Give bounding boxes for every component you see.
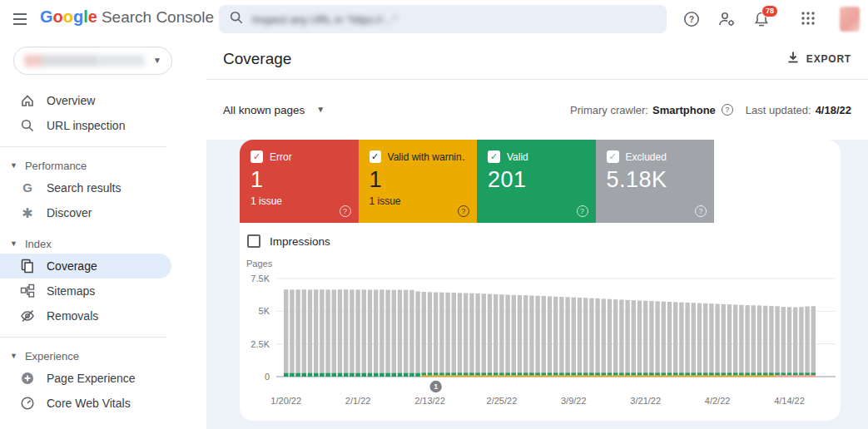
help-icon[interactable]: ? (577, 205, 588, 217)
property-selector[interactable]: ▼ (13, 47, 172, 75)
sidebar-item-page-experience[interactable]: Page Experience (0, 366, 206, 391)
hamburger-menu-icon[interactable] (12, 11, 28, 27)
excluded-bar[interactable] (290, 289, 294, 377)
export-button[interactable]: EXPORT (786, 51, 851, 67)
excluded-bar[interactable] (727, 304, 732, 377)
apps-grid-icon[interactable] (801, 11, 817, 27)
page-type-filter-dropdown[interactable]: All known pages ▼ (223, 104, 325, 116)
excluded-bar[interactable] (308, 289, 312, 377)
excluded-bar[interactable] (775, 306, 779, 377)
excluded-bar[interactable] (355, 289, 360, 377)
help-icon[interactable]: ? (458, 205, 469, 217)
excluded-bar[interactable] (595, 298, 599, 377)
help-icon[interactable]: ? (340, 205, 351, 217)
excluded-bar[interactable] (733, 304, 737, 377)
excluded-bar[interactable] (284, 289, 288, 377)
excluded-bar[interactable] (398, 290, 402, 377)
excluded-bar[interactable] (643, 301, 647, 377)
excluded-bar[interactable] (679, 303, 683, 377)
sidebar-item-overview[interactable]: Overview (0, 88, 206, 113)
sidebar-item-core-web-vitals[interactable]: Core Web Vitals (0, 391, 206, 416)
impressions-checkbox[interactable] (247, 234, 260, 248)
excluded-bar[interactable] (379, 289, 384, 377)
sidebar-section-performance[interactable]: ▼Performance (0, 155, 206, 175)
excluded-bar[interactable] (422, 292, 426, 377)
excluded-bar[interactable] (722, 304, 726, 377)
excluded-bar[interactable] (374, 289, 378, 377)
excluded-bar[interactable] (475, 293, 479, 377)
status-card-checkbox[interactable]: ✓ (370, 150, 381, 163)
excluded-bar[interactable] (757, 305, 761, 377)
user-settings-icon[interactable] (718, 11, 735, 27)
excluded-bar[interactable] (482, 293, 486, 377)
excluded-bar[interactable] (439, 293, 444, 377)
excluded-bar[interactable] (703, 303, 707, 377)
status-card-error[interactable]: ✓Error11 issue? (240, 140, 359, 223)
excluded-bar[interactable] (344, 289, 348, 377)
excluded-bar[interactable] (583, 298, 588, 377)
excluded-bar[interactable] (518, 295, 522, 377)
excluded-bar[interactable] (445, 293, 449, 377)
excluded-bar[interactable] (685, 303, 689, 377)
sidebar-item-discover[interactable]: ✱Discover (0, 200, 206, 225)
excluded-bar[interactable] (314, 289, 318, 377)
excluded-bar[interactable] (385, 290, 389, 377)
excluded-bar[interactable] (499, 294, 503, 377)
excluded-bar[interactable] (692, 303, 696, 377)
excluded-bar[interactable] (404, 290, 408, 377)
excluded-bar[interactable] (523, 295, 528, 377)
excluded-bar[interactable] (673, 302, 677, 377)
excluded-bar[interactable] (434, 293, 438, 377)
sidebar-item-removals[interactable]: Removals (0, 303, 206, 328)
account-avatar[interactable] (840, 7, 860, 32)
excluded-bar[interactable] (799, 307, 803, 377)
excluded-bar[interactable] (392, 290, 396, 377)
notifications-bell-icon[interactable]: 78 (753, 11, 770, 27)
status-card-valid[interactable]: ✓Valid201? (477, 140, 596, 223)
sidebar-item-search-results[interactable]: GSearch results (0, 175, 206, 200)
excluded-bar[interactable] (535, 296, 539, 377)
excluded-bar[interactable] (608, 299, 612, 377)
excluded-bar[interactable] (464, 293, 468, 377)
excluded-bar[interactable] (589, 298, 593, 377)
excluded-bar[interactable] (787, 307, 791, 377)
excluded-bar[interactable] (565, 297, 569, 377)
help-icon[interactable]: ? (683, 11, 700, 27)
status-card-checkbox[interactable]: ✓ (250, 150, 263, 163)
excluded-bar[interactable] (458, 293, 462, 377)
excluded-bar[interactable] (559, 297, 563, 377)
excluded-bar[interactable] (763, 306, 767, 377)
excluded-bar[interactable] (368, 290, 372, 377)
excluded-bar[interactable] (409, 290, 414, 377)
excluded-bar[interactable] (350, 289, 354, 377)
excluded-bar[interactable] (542, 296, 546, 377)
status-card-checkbox[interactable]: ✓ (607, 150, 619, 163)
excluded-bar[interactable] (578, 298, 582, 377)
status-card-valid-with-warnings[interactable]: ✓Valid with warnin…11 issue? (359, 140, 478, 223)
excluded-bar[interactable] (745, 305, 749, 377)
excluded-bar[interactable] (512, 295, 516, 377)
excluded-bar[interactable] (751, 305, 756, 377)
excluded-bar[interactable] (320, 289, 324, 377)
sidebar-item-coverage[interactable]: Coverage (0, 254, 171, 279)
excluded-bar[interactable] (362, 289, 366, 377)
excluded-bar[interactable] (697, 303, 702, 377)
excluded-bar[interactable] (632, 300, 636, 377)
excluded-bar[interactable] (415, 291, 419, 377)
excluded-bar[interactable] (715, 304, 719, 377)
excluded-bar[interactable] (649, 301, 653, 377)
excluded-bar[interactable] (452, 293, 456, 377)
excluded-bar[interactable] (302, 289, 306, 377)
excluded-bar[interactable] (793, 307, 797, 377)
excluded-bar[interactable] (781, 307, 786, 377)
excluded-bar[interactable] (769, 306, 773, 377)
excluded-bar[interactable] (572, 298, 576, 377)
excluded-bar[interactable] (739, 305, 743, 377)
excluded-bar[interactable] (662, 302, 666, 377)
excluded-bar[interactable] (295, 289, 300, 377)
excluded-bar[interactable] (428, 292, 432, 377)
excluded-bar[interactable] (488, 294, 492, 377)
excluded-bar[interactable] (332, 289, 336, 377)
url-inspection-search-bar[interactable]: Inspect any URL in "https://…" (219, 5, 667, 33)
excluded-bar[interactable] (505, 295, 509, 377)
